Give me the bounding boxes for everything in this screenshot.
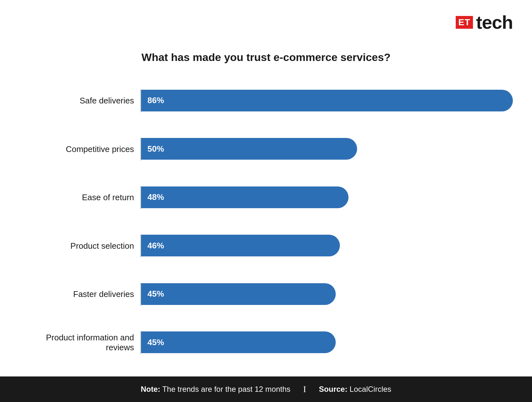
chart-row: Safe deliveries86% [19,90,513,112]
bar-value-label: 45% [147,338,164,347]
tech-logo: tech [476,11,513,33]
chart-title: What has made you trust e-commerce servi… [0,51,532,64]
footer-divider: I [303,384,306,394]
chart-row: Ease of return48% [19,186,513,209]
bar: 48% [141,186,348,208]
bar-value-label: 45% [147,289,164,299]
note-text: The trends are for the past 12 months [160,385,290,393]
chart-container: Safe deliveries86%Competitive prices50%E… [19,77,513,367]
bar-value-label: 48% [147,192,164,202]
source-bold: Source: [319,385,347,393]
chart-row: Product selection46% [19,235,513,257]
bar-label-text: Safe deliveries [19,96,140,106]
chart-row: Product information and reviews45% [19,331,513,354]
source-text: LocalCircles [348,385,391,393]
bar: 45% [141,331,336,353]
note-bold: Note: [141,385,160,393]
bar-label-text: Faster deliveries [19,289,140,299]
bar-label-text: Product selection [19,241,140,251]
bar: 50% [141,138,357,160]
bar-area: 50% [140,138,513,160]
bar-area: 45% [140,331,513,354]
chart-row: Competitive prices50% [19,138,513,160]
bar-value-label: 86% [147,95,164,105]
et-logo: ET [456,16,473,29]
bar-value-label: 46% [147,241,164,251]
bar-value-label: 50% [147,144,164,154]
footer-note: Note: The trends are for the past 12 mon… [141,385,290,394]
bar: 86% [141,90,513,111]
bar: 46% [141,235,340,256]
footer: Note: The trends are for the past 12 mon… [0,376,532,402]
bar-area: 48% [140,186,513,209]
footer-source: Source: LocalCircles [319,385,391,394]
bar-area: 46% [140,235,513,257]
bar: 45% [141,283,336,305]
bar-area: 86% [140,90,513,112]
bar-area: 45% [140,283,513,306]
bar-label-text: Competitive prices [19,144,140,154]
chart-row: Faster deliveries45% [19,283,513,306]
logo-area: ET tech [456,11,513,33]
bar-label-text: Ease of return [19,193,140,202]
bar-label-text: Product information and reviews [19,333,140,353]
